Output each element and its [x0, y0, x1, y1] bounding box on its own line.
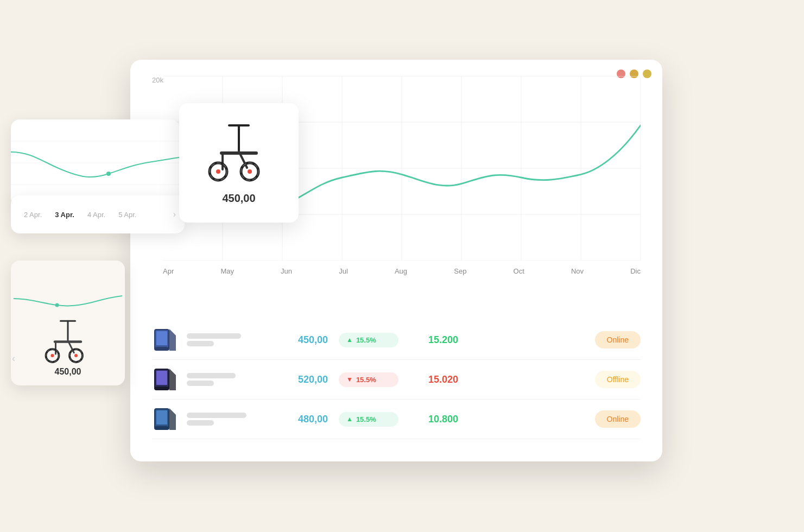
table-row: 520,00 ▼ 15.5% 15.020 Offline [152, 360, 641, 400]
svg-marker-18 [169, 329, 176, 351]
svg-point-41 [216, 169, 220, 174]
table-row: 450,00 ▲ 15.5% 15.200 Online [152, 320, 641, 360]
date-4apr[interactable]: 4 Apr. [83, 208, 110, 221]
svg-rect-27 [156, 426, 167, 428]
price-3: 480,00 [279, 414, 328, 425]
table-area: 450,00 ▲ 15.5% 15.200 Online [130, 309, 662, 450]
sales-2: 15.020 [409, 374, 458, 385]
product-thumb-2 [152, 368, 176, 391]
small-card-price: 450,00 [55, 367, 81, 377]
name-bar-short [187, 341, 214, 346]
small-card-chart [14, 288, 122, 309]
svg-marker-23 [169, 369, 176, 390]
svg-rect-44 [67, 320, 69, 341]
badge-pct-1: 15.5% [356, 336, 376, 344]
svg-rect-45 [60, 320, 76, 322]
scooter-hover-image [201, 122, 277, 187]
x-label-sep: Sep [454, 267, 466, 275]
svg-rect-22 [156, 387, 167, 389]
x-label-dic: Dic [630, 267, 641, 275]
svg-marker-28 [169, 408, 176, 430]
name-bar [187, 413, 246, 418]
arrow-up-icon-1: ▲ [346, 336, 353, 344]
svg-point-39 [248, 169, 252, 174]
name-bar [187, 333, 241, 339]
price-1: 450,00 [279, 334, 328, 346]
badge-pct-2: 15.5% [356, 376, 376, 384]
status-badge-1: Online [595, 331, 641, 349]
badge-up-3: ▲ 15.5% [339, 412, 398, 427]
name-bar-short [187, 381, 214, 386]
x-label-apr: Apr [163, 267, 174, 275]
hover-price: 450,00 [222, 192, 255, 205]
product-name-2 [187, 373, 268, 386]
badge-pct-3: 15.5% [356, 415, 376, 423]
sales-3: 10.800 [409, 414, 458, 425]
name-bar [187, 373, 236, 378]
table-row: 480,00 ▲ 15.5% 10.800 Online [152, 400, 641, 439]
svg-point-55 [55, 303, 59, 307]
arrow-up-icon-3: ▲ [346, 415, 353, 423]
svg-rect-26 [156, 410, 167, 425]
sales-1: 15.200 [409, 334, 458, 346]
name-bar-short [187, 420, 214, 426]
badge-down-2: ▼ 15.5% [339, 372, 398, 387]
mini-chart [11, 119, 179, 206]
svg-rect-17 [156, 347, 167, 349]
status-badge-3: Online [595, 410, 641, 428]
product-thumb-3 [152, 407, 176, 431]
date-2apr[interactable]: 2 Apr. [20, 208, 46, 221]
x-label-oct: Oct [514, 267, 524, 275]
status-badge-2: Offline [595, 371, 641, 388]
product-thumb-1 [152, 328, 176, 352]
date-nav-arrow[interactable]: › [173, 210, 176, 219]
price-2: 520,00 [279, 374, 328, 385]
x-label-nov: Nov [571, 267, 584, 275]
small-card-prev-arrow[interactable]: ‹ [12, 353, 15, 364]
product-hover-card: 450,00 [179, 103, 299, 223]
x-label-jun: Jun [281, 267, 292, 275]
arrow-down-icon-2: ▼ [346, 376, 353, 383]
svg-point-32 [106, 172, 111, 176]
svg-rect-21 [156, 371, 167, 385]
svg-point-52 [51, 354, 54, 357]
mini-chart-card [11, 119, 179, 206]
small-card: 450,00 [11, 261, 125, 385]
date-nav-card: 2 Apr. 3 Apr. 4 Apr. 5 Apr. › [11, 195, 185, 233]
date-5apr[interactable]: 5 Apr. [114, 208, 141, 221]
chart-y-label: 20k [152, 76, 163, 84]
scooter-small-image [35, 318, 100, 367]
svg-rect-34 [228, 124, 250, 126]
x-label-may: May [220, 267, 234, 275]
date-3apr[interactable]: 3 Apr. [50, 208, 79, 221]
svg-rect-16 [156, 331, 167, 345]
product-name-1 [187, 333, 268, 346]
svg-point-50 [74, 354, 78, 357]
x-axis-labels: Apr May Jun Jul Aug Sep Oct Nov Dic [163, 263, 641, 275]
product-name-3 [187, 413, 268, 426]
badge-up-1: ▲ 15.5% [339, 333, 398, 347]
x-label-jul: Jul [339, 267, 348, 275]
x-label-aug: Aug [395, 267, 407, 275]
svg-rect-33 [238, 124, 240, 151]
